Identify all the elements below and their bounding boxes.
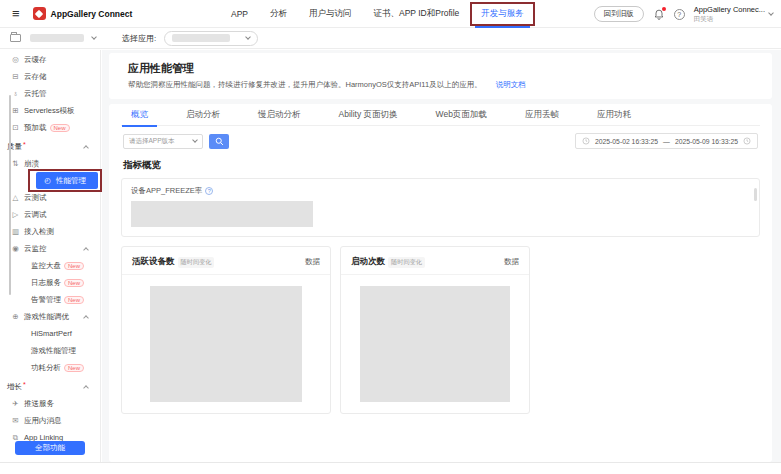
main-content: 应用性能管理 帮助您洞察应用性能问题，持续进行修复并改进，提升用户体验。Harm… bbox=[102, 50, 781, 462]
charts-row: 活跃设备数随时间变化数据启动次数随时间变化数据 bbox=[121, 246, 760, 414]
chart-tag: 随时间变化 bbox=[388, 257, 425, 268]
chart-tag: 随时间变化 bbox=[178, 257, 215, 268]
chevron-down-icon bbox=[91, 34, 97, 40]
sidebar-item-growth-section[interactable]: 增长* bbox=[0, 378, 100, 395]
brand-logo[interactable]: AppGallery Connect bbox=[33, 7, 133, 20]
doc-link[interactable]: 说明文档 bbox=[496, 80, 526, 89]
filter-row: 请选择APP版本 2025-05-02 16:33:25 — 2025-05-0… bbox=[121, 133, 760, 149]
hamburger-menu-icon[interactable]: ≡ bbox=[12, 6, 20, 21]
sidebar-item-alarm-management[interactable]: 告警管理New bbox=[0, 291, 100, 308]
top-bar-right: 回到旧版 ? AppGallery Connec... 田笑语 bbox=[594, 0, 773, 28]
sidebar-item-cloud-hosting[interactable]: ♁云托管 bbox=[0, 85, 100, 102]
back-to-old-version-button[interactable]: 回到旧版 bbox=[594, 6, 644, 22]
cloud-cache-icon: ◎ bbox=[11, 55, 20, 64]
sidebar-item-label: 接入检测 bbox=[24, 227, 54, 237]
apm-tabs: 概览启动分析慢启动分析Ability 页面切换Web页面加载应用丢帧应用功耗 bbox=[121, 104, 760, 126]
sidebar-item-game-perf-management[interactable]: 游戏性能管理 bbox=[0, 342, 100, 359]
sidebar-item-push-service[interactable]: ✈推送服务 bbox=[0, 395, 100, 412]
date-separator: — bbox=[663, 138, 670, 145]
tab-web-page-load[interactable]: Web页面加载 bbox=[436, 104, 487, 126]
date-range-picker[interactable]: 2025-05-02 16:33:25 — 2025-05-09 16:33:2… bbox=[575, 133, 758, 149]
all-features-button[interactable]: 全部功能 bbox=[15, 441, 85, 455]
new-badge: New bbox=[64, 279, 84, 287]
sidebar-item-power-analysis[interactable]: 功耗分析New bbox=[0, 359, 100, 376]
account-menu[interactable]: AppGallery Connec... 田笑语 bbox=[694, 5, 773, 23]
redacted-app-name bbox=[172, 34, 230, 42]
nav-item-certs-appid-profile[interactable]: 证书、APP ID和Profile bbox=[374, 0, 460, 28]
chart-data-link[interactable]: 数据 bbox=[504, 257, 519, 267]
sidebar-item-crash[interactable]: ⇅崩溃 bbox=[0, 155, 100, 172]
sidebar-item-label: 监控大盘 bbox=[31, 261, 61, 271]
chart-data-link[interactable]: 数据 bbox=[305, 257, 320, 267]
app-select[interactable] bbox=[164, 31, 258, 46]
sidebar-item-in-app-message[interactable]: ✉应用内消息 bbox=[0, 412, 100, 429]
card-scrollbar[interactable] bbox=[754, 188, 757, 201]
sidebar-item-label: 日志服务 bbox=[31, 278, 61, 288]
redacted-project-name bbox=[30, 34, 84, 42]
account-subtitle: 田笑语 bbox=[694, 15, 765, 23]
sidebar-item-serverless-template[interactable]: ⊞Serverless模板 bbox=[0, 102, 100, 119]
sidebar-item-label: 云存储 bbox=[24, 72, 47, 82]
tab-launch-analysis[interactable]: 启动分析 bbox=[186, 104, 220, 126]
sidebar-item-cloud-monitor[interactable]: ◉云监控 bbox=[0, 240, 100, 257]
redacted-chart-placeholder bbox=[360, 286, 510, 402]
sidebar-item-monitor-dashboard[interactable]: 监控大盘New bbox=[0, 257, 100, 274]
sidebar-item-cloud-debug[interactable]: ▷云调试 bbox=[0, 206, 100, 223]
sidebar-item-label: 预加载 bbox=[24, 123, 47, 133]
collapse-caret-icon bbox=[83, 385, 89, 391]
nav-item-app[interactable]: APP bbox=[231, 0, 248, 28]
project-select[interactable] bbox=[30, 34, 96, 42]
chart-card-active-devices: 活跃设备数随时间变化数据 bbox=[121, 246, 331, 414]
sidebar-item-label: 功耗分析 bbox=[31, 363, 61, 373]
notification-dot bbox=[662, 7, 666, 11]
info-icon[interactable]: ? bbox=[205, 187, 213, 195]
nav-item-analytics[interactable]: 分析 bbox=[270, 0, 287, 28]
sidebar-item-label: 游戏性能管理 bbox=[31, 346, 76, 356]
redacted-chart-placeholder bbox=[150, 286, 302, 402]
sidebar-item-performance-management[interactable]: ◴性能管理 bbox=[36, 172, 98, 189]
search-button[interactable] bbox=[209, 134, 229, 149]
sidebar-scrollbar[interactable] bbox=[9, 95, 11, 295]
apm-card: 概览启动分析慢启动分析Ability 页面切换Web页面加载应用丢帧应用功耗 请… bbox=[109, 104, 772, 462]
nav-item-users-access[interactable]: 用户与访问 bbox=[309, 0, 352, 28]
chart-title: 启动次数 bbox=[351, 256, 385, 268]
sidebar-item-hismartperf[interactable]: HiSmartPerf bbox=[0, 325, 100, 342]
metrics-section-title: 指标概览 bbox=[123, 159, 760, 172]
sidebar-item-label: 告警管理 bbox=[31, 295, 61, 305]
collapse-caret-icon bbox=[83, 145, 89, 151]
tab-slow-launch-analysis[interactable]: 慢启动分析 bbox=[258, 104, 301, 126]
cloud-storage-icon: ⊟ bbox=[11, 72, 20, 81]
sidebar-item-label: 云测试 bbox=[24, 193, 47, 203]
sidebar-item-quality-section[interactable]: 质量* bbox=[0, 138, 100, 155]
chart-title: 活跃设备数 bbox=[132, 256, 175, 268]
collapse-caret-icon bbox=[83, 247, 89, 253]
page-description-text: 帮助您洞察应用性能问题，持续进行修复并改进，提升用户体验。HarmonyOS仅支… bbox=[128, 80, 482, 89]
cloud-hosting-icon: ♁ bbox=[11, 89, 20, 98]
sidebar-item-cloud-test[interactable]: △云测试 bbox=[0, 189, 100, 206]
primary-nav: APP分析用户与访问证书、APP ID和Profile开发与服务 bbox=[231, 0, 524, 28]
push-service-icon: ✈ bbox=[11, 399, 20, 408]
tab-frame-drop[interactable]: 应用丢帧 bbox=[525, 104, 559, 126]
context-selector-bar: 选择应用: bbox=[0, 28, 781, 49]
tab-power-consumption[interactable]: 应用功耗 bbox=[597, 104, 631, 126]
cloud-test-icon: △ bbox=[11, 193, 20, 202]
sidebar-item-preload[interactable]: ⊡预加载New bbox=[0, 119, 100, 136]
clock-icon bbox=[743, 137, 751, 145]
page-header-card: 应用性能管理 帮助您洞察应用性能问题，持续进行修复并改进，提升用户体验。Harm… bbox=[109, 53, 772, 99]
tab-overview[interactable]: 概览 bbox=[131, 104, 148, 126]
serverless-template-icon: ⊞ bbox=[11, 106, 20, 115]
app-version-select[interactable]: 请选择APP版本 bbox=[123, 134, 203, 149]
sidebar-item-log-service[interactable]: 日志服务New bbox=[0, 274, 100, 291]
in-app-message-icon: ✉ bbox=[11, 416, 20, 425]
date-end: 2025-05-09 16:33:25 bbox=[675, 138, 738, 145]
top-bar: ≡ AppGallery Connect APP分析用户与访问证书、APP ID… bbox=[0, 0, 781, 28]
nav-item-develop-services[interactable]: 开发与服务 bbox=[481, 0, 524, 28]
sidebar-item-access-check[interactable]: ▥接入检测 bbox=[0, 223, 100, 240]
sidebar-item-cloud-storage[interactable]: ⊟云存储 bbox=[0, 68, 100, 85]
notifications-bell-icon[interactable] bbox=[653, 8, 665, 21]
sidebar-item-cloud-cache[interactable]: ◎云缓存 bbox=[0, 51, 100, 68]
tab-ability-page-switch[interactable]: Ability 页面切换 bbox=[339, 104, 398, 126]
redacted-freeze-value-placeholder bbox=[131, 201, 313, 227]
sidebar-item-game-perf-tuning[interactable]: ⊕游戏性能调优 bbox=[0, 308, 100, 325]
help-icon[interactable]: ? bbox=[674, 9, 685, 20]
